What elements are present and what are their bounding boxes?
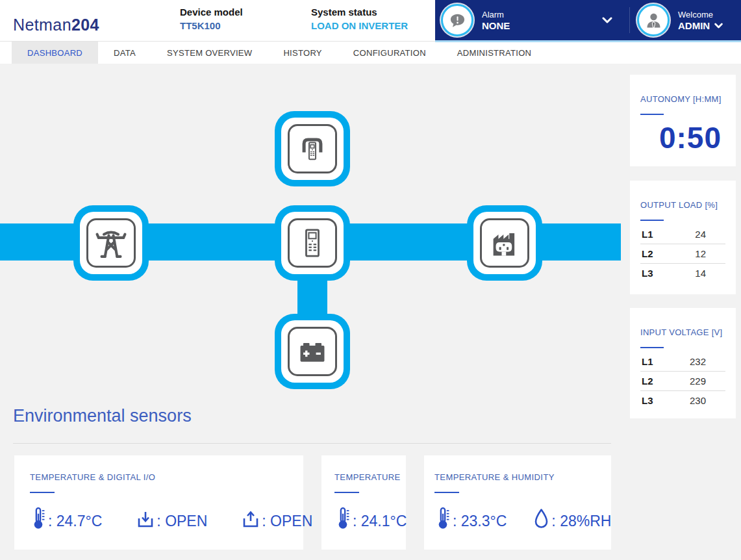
title-underline [640, 220, 664, 221]
ups-icon [288, 218, 337, 268]
row-value: 229 [690, 375, 724, 387]
device-model-block: Device model TT5K100 [180, 5, 243, 32]
tab-history[interactable]: HISTORY [268, 42, 337, 64]
humidity-reading: : 28%RH [533, 507, 611, 529]
main-nav: DASHBOARD DATA SYSTEM OVERVIEW HISTORY C… [0, 42, 741, 64]
user-avatar-icon [637, 4, 670, 36]
autonomy-panel: AUTONOMY [H:MM] 0:50 [630, 75, 736, 166]
temperature-reading: : 23.3°C [434, 506, 507, 529]
alarm-dropdown[interactable]: Alarm NONE [435, 0, 629, 40]
logo-prefix: Netman [13, 16, 71, 34]
input-voltage-title: INPUT VOLTAGE [V] [640, 327, 725, 337]
row-label: L3 [642, 395, 653, 406]
alarm-label: Alarm [482, 9, 510, 20]
dashboard-main: Environmental sensors TEMPERATURE & DIGI… [0, 64, 741, 560]
sensor-card-title: TEMPERATURE & DIGITAL I/O [30, 472, 303, 482]
output-load-title: OUTPUT LOAD [%] [640, 200, 725, 210]
tab-system-overview[interactable]: SYSTEM OVERVIEW [151, 42, 268, 64]
input-voltage-panel: INPUT VOLTAGE [V] L1232 L2229 L3230 [630, 308, 736, 418]
battery-icon [288, 327, 337, 376]
header-status-bar: Alarm NONE Welcome ADMI [435, 0, 741, 42]
welcome-label: Welcome [678, 9, 723, 20]
sensor-card-temperature-humidity: TEMPERATURE & HUMIDITY : 23.3°C [424, 455, 611, 550]
system-status-block: System status LOAD ON INVERTER [311, 5, 408, 32]
row-label: L3 [642, 268, 653, 279]
sensor-card-title: TEMPERATURE [334, 472, 406, 482]
thermometer-icon [434, 506, 451, 529]
table-row: L124 [640, 225, 725, 244]
netman-dashboard: Netman204 Device model TT5K100 System st… [0, 0, 741, 560]
autonomy-title: AUTONOMY [H:MM] [640, 94, 725, 104]
section-divider [13, 443, 611, 444]
row-value: 12 [695, 248, 724, 259]
row-label: L2 [642, 248, 653, 259]
sensor-card-temperature: TEMPERATURE : 24.1°C [321, 455, 406, 550]
device-model-label: Device model [180, 5, 243, 19]
environmental-sensors-heading: Environmental sensors [13, 406, 192, 426]
ups-node [275, 205, 350, 281]
output-load-panel: OUTPUT LOAD [%] L124 L212 L314 [630, 181, 736, 294]
table-row: L1232 [640, 352, 725, 372]
chevron-down-icon [602, 17, 612, 23]
username: ADMIN [678, 20, 710, 31]
bypass-node [275, 111, 350, 186]
row-label: L1 [642, 229, 653, 240]
digital-output-reading: : OPEN [241, 510, 312, 529]
tab-data[interactable]: DATA [98, 42, 151, 64]
row-value: 232 [690, 356, 724, 367]
title-underline [30, 492, 55, 493]
tab-dashboard[interactable]: DASHBOARD [12, 42, 98, 64]
row-value: 24 [695, 229, 724, 240]
thermometer-icon [334, 506, 351, 529]
tab-administration[interactable]: ADMINISTRATION [442, 42, 547, 64]
title-underline [640, 114, 664, 115]
sensor-card-title: TEMPERATURE & HUMIDITY [434, 472, 611, 482]
humidity-drop-icon [533, 507, 550, 529]
table-row: L212 [640, 244, 725, 264]
digital-input-icon [136, 510, 155, 529]
temperature-reading: : 24.7°C [30, 506, 102, 529]
title-underline [434, 492, 459, 493]
autonomy-value: 0:50 [640, 120, 725, 155]
chevron-down-icon [714, 23, 723, 29]
power-grid-icon [86, 218, 136, 268]
user-dropdown[interactable]: Welcome ADMIN [630, 0, 741, 40]
app-header: Netman204 Device model TT5K100 System st… [0, 0, 741, 42]
device-model-value: TT5K100 [180, 19, 243, 32]
system-status-value: LOAD ON INVERTER [311, 19, 408, 32]
row-value: 230 [690, 395, 724, 406]
bypass-icon [288, 124, 337, 173]
load-node [467, 205, 542, 281]
tab-configuration[interactable]: CONFIGURATION [338, 42, 442, 64]
battery-node [275, 314, 350, 389]
thermometer-icon [30, 506, 47, 529]
title-underline [640, 347, 664, 348]
power-grid-node [73, 205, 149, 281]
row-label: L1 [642, 356, 653, 367]
load-icon [480, 218, 529, 268]
row-label: L2 [642, 375, 653, 387]
temperature-reading: : 24.1°C [334, 506, 407, 529]
sensor-card-temperature-digital-io: TEMPERATURE & DIGITAL I/O : 24.7°C [14, 455, 303, 550]
logo-suffix: 204 [71, 16, 99, 34]
table-row: L314 [640, 264, 725, 283]
row-value: 14 [695, 268, 724, 279]
digital-output-icon [241, 510, 260, 529]
alarm-icon [441, 4, 473, 36]
table-row: L3230 [640, 391, 725, 410]
alarm-value: NONE [482, 20, 510, 31]
system-status-label: System status [311, 5, 408, 19]
table-row: L2229 [640, 372, 725, 391]
title-underline [334, 492, 359, 493]
netman-logo: Netman204 [13, 16, 99, 34]
digital-input-reading: : OPEN [136, 510, 207, 529]
